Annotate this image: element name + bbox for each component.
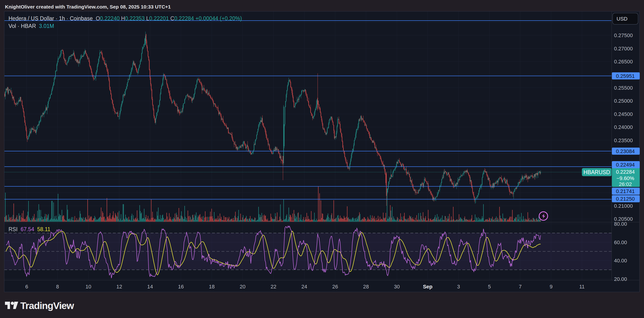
svg-text:0.24000: 0.24000 bbox=[614, 124, 633, 130]
svg-text:10: 10 bbox=[86, 284, 91, 290]
svg-text:0.21250: 0.21250 bbox=[616, 196, 635, 202]
svg-text:TradingView: TradingView bbox=[20, 300, 74, 311]
svg-text:KnightOliver created with Trad: KnightOliver created with TradingView.co… bbox=[5, 4, 171, 10]
svg-text:40.00: 40.00 bbox=[614, 258, 627, 264]
svg-text:11: 11 bbox=[579, 284, 585, 290]
svg-text:26: 26 bbox=[332, 284, 338, 290]
svg-text:14: 14 bbox=[147, 284, 153, 290]
svg-text:20.00: 20.00 bbox=[614, 276, 627, 282]
svg-text:22: 22 bbox=[271, 284, 276, 290]
svg-text:HBARUSD: HBARUSD bbox=[584, 169, 610, 175]
svg-text:9: 9 bbox=[550, 284, 552, 290]
svg-text:24: 24 bbox=[301, 284, 307, 290]
svg-text:USD: USD bbox=[616, 16, 628, 22]
svg-text:0.23500: 0.23500 bbox=[614, 137, 633, 143]
svg-text:3: 3 bbox=[457, 284, 460, 290]
svg-text:0.25951: 0.25951 bbox=[616, 73, 635, 79]
svg-text:0.22494: 0.22494 bbox=[616, 162, 635, 168]
svg-text:26:02: 26:02 bbox=[619, 181, 632, 187]
svg-text:16: 16 bbox=[178, 284, 184, 290]
svg-text:7: 7 bbox=[519, 284, 522, 290]
svg-text:0.25500: 0.25500 bbox=[614, 85, 633, 91]
svg-text:Hedera / US Dollar · 1h · Coin: Hedera / US Dollar · 1h · Coinbase O0.22… bbox=[8, 15, 242, 22]
svg-text:5: 5 bbox=[488, 284, 491, 290]
svg-text:Vol · HBAR 3.01M: Vol · HBAR 3.01M bbox=[8, 23, 54, 29]
svg-text:0.24500: 0.24500 bbox=[614, 111, 633, 117]
svg-text:0.23084: 0.23084 bbox=[616, 148, 635, 154]
svg-text:RSI 67.54 58.11: RSI 67.54 58.11 bbox=[8, 226, 50, 232]
svg-text:60.00: 60.00 bbox=[614, 239, 627, 245]
svg-text:8: 8 bbox=[56, 284, 59, 290]
svg-text:0.22284: 0.22284 bbox=[616, 169, 635, 175]
svg-text:80.00: 80.00 bbox=[614, 221, 627, 227]
svg-text:30: 30 bbox=[394, 284, 400, 290]
svg-text:6: 6 bbox=[25, 284, 28, 290]
svg-text:0.21000: 0.21000 bbox=[614, 203, 633, 209]
svg-text:0.26500: 0.26500 bbox=[614, 59, 633, 65]
svg-text:−9.60%: −9.60% bbox=[616, 175, 634, 181]
svg-text:0.21741: 0.21741 bbox=[616, 188, 635, 194]
svg-text:0.27000: 0.27000 bbox=[614, 46, 633, 52]
svg-text:0.27500: 0.27500 bbox=[614, 32, 633, 38]
svg-text:20: 20 bbox=[240, 284, 245, 290]
svg-text:18: 18 bbox=[209, 284, 214, 290]
svg-text:Sep: Sep bbox=[423, 284, 432, 290]
svg-text:0.25000: 0.25000 bbox=[614, 98, 633, 104]
svg-text:28: 28 bbox=[363, 284, 369, 290]
svg-text:12: 12 bbox=[116, 284, 122, 290]
